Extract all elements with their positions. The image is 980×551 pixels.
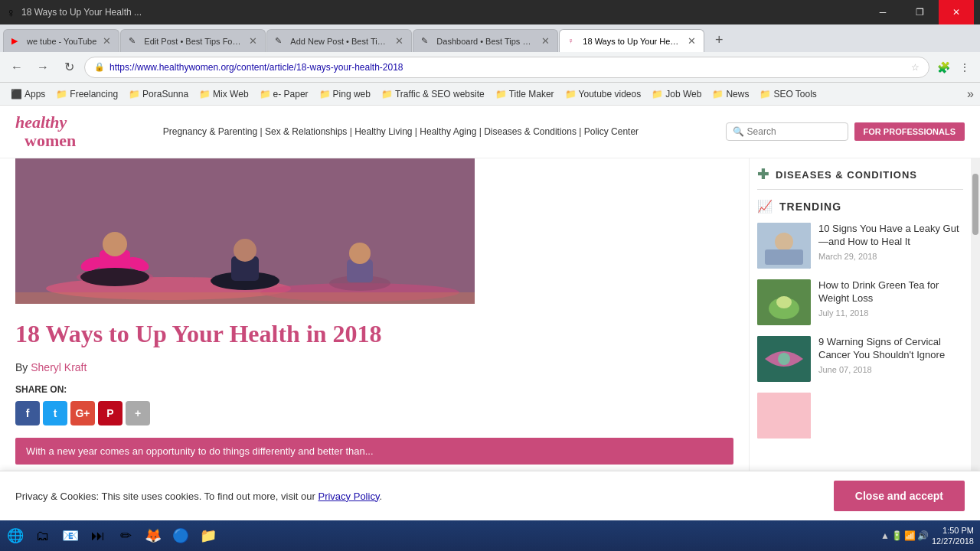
taskbar-mail-icon[interactable]: 📧 [58,523,83,548]
tab-dashboard[interactable]: ✎ Dashboard • Best Tips For You... ✕ [413,29,558,52]
taskbar-folder-icon[interactable]: 🗂 [31,523,55,548]
taskbar-right: ▲ 🔋 📶 🔊 1:50 PM 12/27/2018 [880,525,977,547]
article-main: 18 Ways to Up Your Health in 2018 By She… [0,158,749,520]
taskbar-time: 1:50 PM 12/27/2018 [932,525,974,547]
tab-close-edit[interactable]: ✕ [249,35,257,47]
taskbar-ie-icon[interactable]: 🌐 [3,523,28,548]
trending-item-2[interactable]: How to Drink Green Tea for Weight Loss J… [757,279,963,325]
taskbar: 🌐 🗂 📧 ⏭ ✏ 🦊 🔵 📁 ▲ 🔋 📶 🔊 1:50 PM 12/27/20… [0,520,980,551]
taskbar-date-value: 12/27/2018 [932,536,974,546]
address-text: https://www.healthywomen.org/content/art… [109,62,906,73]
yoga-illustration [15,158,475,304]
folder-icon: 📁 [381,89,393,99]
search-box[interactable]: 🔍 [726,122,848,141]
taskbar-chrome-icon[interactable]: 🔵 [168,523,193,548]
nav-sex[interactable]: Sex & Relationships [265,126,347,137]
close-accept-button[interactable]: Close and accept [834,481,965,511]
taskbar-sound-icon: 🔊 [917,530,929,541]
bookmark-epaper[interactable]: 📁 e- Paper [255,87,313,101]
bookmark-apps[interactable]: ⬛ Apps [6,87,50,101]
author-link[interactable]: Sheryl Kraft [31,361,87,373]
more-share-button[interactable]: + [126,401,150,425]
facebook-share-button[interactable]: f [15,401,40,425]
trending-item-info-2: How to Drink Green Tea for Weight Loss J… [818,279,963,325]
trending-item-4[interactable] [757,393,963,439]
scrollbar-thumb[interactable] [972,174,978,235]
title-bar: ♀ 18 Ways to Up Your Health ... ─ ❐ ✕ [0,0,980,24]
tab-close-youtube[interactable]: ✕ [103,35,111,47]
trending-item-title-3: 9 Warning Signs of Cervical Cancer You S… [818,336,963,362]
taskbar-media-icon[interactable]: ⏭ [86,523,110,548]
minimize-button[interactable]: ─ [865,0,900,24]
trending-thumb-3 [757,336,811,382]
apps-icon: ⬛ [11,89,22,99]
title-favicon: ♀ [6,6,18,18]
privacy-policy-link[interactable]: Privacy Policy [318,491,379,502]
new-tab-button[interactable]: + [708,29,730,51]
taskbar-firefox-icon[interactable]: 🦊 [141,523,165,548]
article-image [15,158,475,304]
bookmark-porasunna[interactable]: 📁 PoraSunna [124,87,193,101]
tab-bar: ▶ we tube - YouTube ✕ ✎ Edit Post • Best… [0,24,980,52]
tab-close-dash[interactable]: ✕ [541,35,550,47]
nav-policy[interactable]: Policy Center [584,126,639,137]
taskbar-expand-icon[interactable]: ▲ [880,530,890,541]
close-button[interactable]: ✕ [939,0,974,24]
twitter-share-button[interactable]: t [43,401,67,425]
folder-icon: 📁 [652,89,663,99]
extensions-icon[interactable]: 🧩 [934,58,952,77]
refresh-button[interactable]: ↻ [58,57,80,78]
nav-pregnancy[interactable]: Pregnancy & Parenting [163,126,257,137]
bookmark-trafficseo[interactable]: 📁 Traffic & SEO website [377,87,489,101]
tab-close-add[interactable]: ✕ [395,35,403,47]
bookmark-freelancing[interactable]: 📁 Freelancing [51,87,122,101]
pinterest-share-button[interactable]: P [98,401,122,425]
browser-frame: ♀ 18 Ways to Up Your Health ... ─ ❐ ✕ ▶ … [0,0,980,551]
scrollbar[interactable] [971,158,980,520]
nav-diseases[interactable]: Diseases & Conditions [484,126,577,137]
taskbar-edit-icon[interactable]: ✏ [113,523,138,548]
article-excerpt: With a new year comes an opportunity to … [15,438,733,465]
tab-youtube[interactable]: ▶ we tube - YouTube ✕ [3,29,119,52]
trending-thumb-1 [757,223,811,269]
nav-healthy-aging[interactable]: Healthy Aging [420,126,476,137]
googleplus-share-button[interactable]: G+ [70,401,95,425]
tab-favicon-edit: ✎ [129,36,139,47]
logo-line1: healthy [15,113,76,132]
search-input[interactable] [747,126,841,137]
menu-icon[interactable]: ⋮ [956,58,974,77]
bookmark-titlemaker[interactable]: 📁 Title Maker [491,87,559,101]
svg-point-14 [349,243,371,264]
restore-button[interactable]: ❐ [902,0,937,24]
thumb-pink-image [757,393,811,439]
svg-rect-18 [765,249,803,265]
bookmark-youtube-videos[interactable]: 📁 Youtube videos [560,87,646,101]
tab-edit-post[interactable]: ✎ Edit Post • Best Tips For You... ✕ [120,29,266,52]
bookmark-seotools[interactable]: 📁 SEO Tools [755,87,821,101]
tab-healthy-women[interactable]: ♀ 18 Ways to Up Your Health ... ✕ [559,29,704,52]
bookmark-pingweb[interactable]: 📁 Ping web [315,87,375,101]
forward-button[interactable]: → [32,57,54,78]
for-professionals-button[interactable]: FOR PROFESSIONALS [854,122,965,141]
bookmark-star-icon[interactable]: ☆ [911,62,920,73]
tab-add-post[interactable]: ✎ Add New Post • Best Tips Fo... ✕ [266,29,412,52]
site-logo[interactable]: healthy women [15,113,76,150]
share-section: SHARE ON: f t G+ P + [15,384,733,425]
bookmark-mixweb[interactable]: 📁 Mix Web [194,87,253,101]
taskbar-files-icon[interactable]: 📁 [196,523,220,548]
back-button[interactable]: ← [6,57,28,78]
trending-item-1[interactable]: 10 Signs You Have a Leaky Gut—and How to… [757,223,963,269]
tab-label-hw: 18 Ways to Up Your Health ... [583,37,681,46]
trending-thumb-4 [757,393,811,439]
tab-close-hw[interactable]: ✕ [688,35,696,47]
address-bar[interactable]: 🔒 https://www.healthywomen.org/content/a… [84,57,929,78]
tab-favicon-add: ✎ [275,36,286,47]
trending-item-3[interactable]: 9 Warning Signs of Cervical Cancer You S… [757,336,963,382]
bookmark-news[interactable]: 📁 News [707,87,753,101]
thumb-sleep-image [757,223,811,269]
nav-healthy-living[interactable]: Healthy Living [354,126,412,137]
lock-icon: 🔒 [94,62,105,72]
sidebar: ✚ DISEASES & CONDITIONS 📈 TRENDING [749,158,971,520]
bookmark-jobweb[interactable]: 📁 Job Web [647,87,706,101]
bookmarks-more-button[interactable]: » [967,87,974,101]
